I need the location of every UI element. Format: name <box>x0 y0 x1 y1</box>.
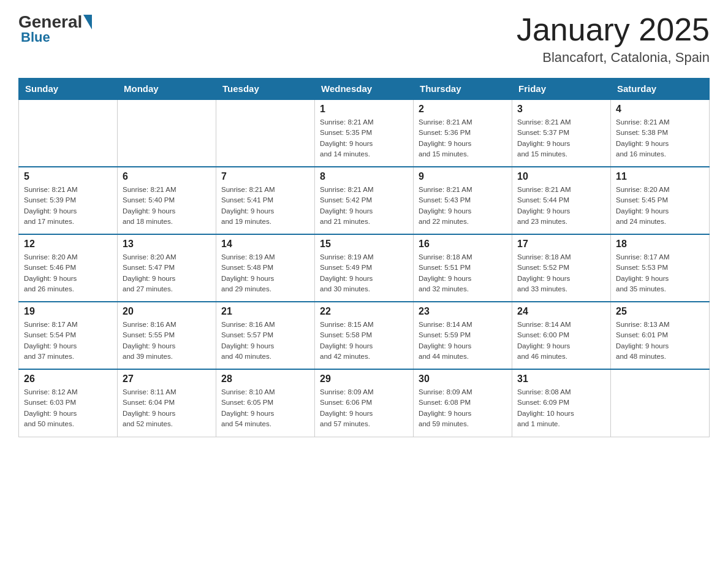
calendar-cell: 6Sunrise: 8:21 AMSunset: 5:40 PMDaylight… <box>118 167 216 234</box>
calendar-cell: 12Sunrise: 8:20 AMSunset: 5:46 PMDayligh… <box>19 234 118 302</box>
day-info: Sunrise: 8:17 AMSunset: 5:54 PMDaylight:… <box>24 320 112 362</box>
day-number: 19 <box>24 306 112 317</box>
calendar-cell: 29Sunrise: 8:09 AMSunset: 6:06 PMDayligh… <box>315 369 414 437</box>
calendar-cell: 16Sunrise: 8:18 AMSunset: 5:51 PMDayligh… <box>414 234 512 302</box>
day-info: Sunrise: 8:20 AMSunset: 5:46 PMDaylight:… <box>24 252 112 294</box>
calendar-cell: 2Sunrise: 8:21 AMSunset: 5:36 PMDaylight… <box>414 99 512 167</box>
day-number: 5 <box>24 171 112 182</box>
title-area: January 2025 Blancafort, Catalonia, Spai… <box>517 12 710 66</box>
calendar-cell <box>216 99 315 167</box>
day-info: Sunrise: 8:18 AMSunset: 5:52 PMDaylight:… <box>517 252 605 294</box>
day-info: Sunrise: 8:10 AMSunset: 6:05 PMDaylight:… <box>221 387 309 429</box>
week-row-4: 19Sunrise: 8:17 AMSunset: 5:54 PMDayligh… <box>19 302 710 369</box>
day-number: 23 <box>419 306 507 317</box>
header: General Blue January 2025 Blancafort, Ca… <box>18 12 710 66</box>
day-info: Sunrise: 8:09 AMSunset: 6:06 PMDaylight:… <box>320 387 408 429</box>
day-info: Sunrise: 8:21 AMSunset: 5:36 PMDaylight:… <box>419 117 507 159</box>
day-info: Sunrise: 8:20 AMSunset: 5:45 PMDaylight:… <box>616 185 704 227</box>
calendar-cell: 30Sunrise: 8:09 AMSunset: 6:08 PMDayligh… <box>414 369 512 437</box>
day-number: 15 <box>320 239 408 250</box>
day-number: 22 <box>320 306 408 317</box>
day-info: Sunrise: 8:15 AMSunset: 5:58 PMDaylight:… <box>320 320 408 362</box>
week-row-2: 5Sunrise: 8:21 AMSunset: 5:39 PMDaylight… <box>19 167 710 234</box>
calendar-cell: 9Sunrise: 8:21 AMSunset: 5:43 PMDaylight… <box>414 167 512 234</box>
day-number: 25 <box>616 306 704 317</box>
day-info: Sunrise: 8:21 AMSunset: 5:43 PMDaylight:… <box>419 185 507 227</box>
calendar-cell: 3Sunrise: 8:21 AMSunset: 5:37 PMDaylight… <box>512 99 611 167</box>
calendar-cell: 11Sunrise: 8:20 AMSunset: 5:45 PMDayligh… <box>611 167 710 234</box>
day-number: 4 <box>616 104 704 115</box>
day-number: 27 <box>123 373 211 385</box>
day-info: Sunrise: 8:21 AMSunset: 5:44 PMDaylight:… <box>517 185 605 227</box>
calendar-cell: 22Sunrise: 8:15 AMSunset: 5:58 PMDayligh… <box>315 302 414 369</box>
calendar-cell <box>19 99 118 167</box>
day-number: 12 <box>24 239 112 250</box>
week-row-1: 1Sunrise: 8:21 AMSunset: 5:35 PMDaylight… <box>19 99 710 167</box>
day-info: Sunrise: 8:17 AMSunset: 5:53 PMDaylight:… <box>616 252 704 294</box>
day-info: Sunrise: 8:19 AMSunset: 5:49 PMDaylight:… <box>320 252 408 294</box>
day-header-thursday: Thursday <box>414 79 512 100</box>
calendar-cell: 7Sunrise: 8:21 AMSunset: 5:41 PMDaylight… <box>216 167 315 234</box>
day-info: Sunrise: 8:11 AMSunset: 6:04 PMDaylight:… <box>123 387 211 429</box>
day-number: 24 <box>517 306 605 317</box>
calendar-cell: 31Sunrise: 8:08 AMSunset: 6:09 PMDayligh… <box>512 369 611 437</box>
day-info: Sunrise: 8:21 AMSunset: 5:35 PMDaylight:… <box>320 117 408 159</box>
calendar-cell: 21Sunrise: 8:16 AMSunset: 5:57 PMDayligh… <box>216 302 315 369</box>
day-number: 9 <box>419 171 507 182</box>
day-header-wednesday: Wednesday <box>315 79 414 100</box>
day-info: Sunrise: 8:16 AMSunset: 5:57 PMDaylight:… <box>221 320 309 362</box>
week-row-5: 26Sunrise: 8:12 AMSunset: 6:03 PMDayligh… <box>19 369 710 437</box>
day-header-monday: Monday <box>118 79 216 100</box>
day-number: 7 <box>221 171 309 182</box>
calendar-cell: 27Sunrise: 8:11 AMSunset: 6:04 PMDayligh… <box>118 369 216 437</box>
day-info: Sunrise: 8:09 AMSunset: 6:08 PMDaylight:… <box>419 387 507 429</box>
day-number: 13 <box>123 239 211 250</box>
calendar-cell <box>118 99 216 167</box>
calendar-cell: 28Sunrise: 8:10 AMSunset: 6:05 PMDayligh… <box>216 369 315 437</box>
day-info: Sunrise: 8:18 AMSunset: 5:51 PMDaylight:… <box>419 252 507 294</box>
calendar-cell: 26Sunrise: 8:12 AMSunset: 6:03 PMDayligh… <box>19 369 118 437</box>
day-info: Sunrise: 8:16 AMSunset: 5:55 PMDaylight:… <box>123 320 211 362</box>
day-info: Sunrise: 8:21 AMSunset: 5:37 PMDaylight:… <box>517 117 605 159</box>
calendar-cell <box>611 369 710 437</box>
day-header-tuesday: Tuesday <box>216 79 315 100</box>
day-info: Sunrise: 8:12 AMSunset: 6:03 PMDaylight:… <box>24 387 112 429</box>
calendar-cell: 10Sunrise: 8:21 AMSunset: 5:44 PMDayligh… <box>512 167 611 234</box>
day-number: 26 <box>24 373 112 385</box>
month-title: January 2025 <box>517 12 710 47</box>
day-info: Sunrise: 8:20 AMSunset: 5:47 PMDaylight:… <box>123 252 211 294</box>
logo-area: General Blue <box>18 12 92 45</box>
day-number: 29 <box>320 373 408 385</box>
day-header-sunday: Sunday <box>19 79 118 100</box>
calendar-cell: 24Sunrise: 8:14 AMSunset: 6:00 PMDayligh… <box>512 302 611 369</box>
day-info: Sunrise: 8:08 AMSunset: 6:09 PMDaylight:… <box>517 387 605 429</box>
day-number: 1 <box>320 104 408 115</box>
day-info: Sunrise: 8:13 AMSunset: 6:01 PMDaylight:… <box>616 320 704 362</box>
calendar-cell: 20Sunrise: 8:16 AMSunset: 5:55 PMDayligh… <box>118 302 216 369</box>
day-info: Sunrise: 8:21 AMSunset: 5:41 PMDaylight:… <box>221 185 309 227</box>
day-info: Sunrise: 8:14 AMSunset: 5:59 PMDaylight:… <box>419 320 507 362</box>
day-number: 20 <box>123 306 211 317</box>
day-number: 2 <box>419 104 507 115</box>
calendar-cell: 1Sunrise: 8:21 AMSunset: 5:35 PMDaylight… <box>315 99 414 167</box>
logo-blue-text: Blue <box>21 29 50 45</box>
header-row: SundayMondayTuesdayWednesdayThursdayFrid… <box>19 79 710 100</box>
day-info: Sunrise: 8:21 AMSunset: 5:40 PMDaylight:… <box>123 185 211 227</box>
day-info: Sunrise: 8:21 AMSunset: 5:39 PMDaylight:… <box>24 185 112 227</box>
logo-triangle-icon <box>83 15 92 29</box>
day-info: Sunrise: 8:19 AMSunset: 5:48 PMDaylight:… <box>221 252 309 294</box>
calendar-cell: 4Sunrise: 8:21 AMSunset: 5:38 PMDaylight… <box>611 99 710 167</box>
calendar-cell: 19Sunrise: 8:17 AMSunset: 5:54 PMDayligh… <box>19 302 118 369</box>
calendar-cell: 15Sunrise: 8:19 AMSunset: 5:49 PMDayligh… <box>315 234 414 302</box>
day-header-friday: Friday <box>512 79 611 100</box>
day-info: Sunrise: 8:21 AMSunset: 5:42 PMDaylight:… <box>320 185 408 227</box>
day-number: 11 <box>616 171 704 182</box>
day-number: 6 <box>123 171 211 182</box>
calendar-cell: 23Sunrise: 8:14 AMSunset: 5:59 PMDayligh… <box>414 302 512 369</box>
day-info: Sunrise: 8:21 AMSunset: 5:38 PMDaylight:… <box>616 117 704 159</box>
calendar-cell: 8Sunrise: 8:21 AMSunset: 5:42 PMDaylight… <box>315 167 414 234</box>
week-row-3: 12Sunrise: 8:20 AMSunset: 5:46 PMDayligh… <box>19 234 710 302</box>
day-number: 18 <box>616 239 704 250</box>
day-info: Sunrise: 8:14 AMSunset: 6:00 PMDaylight:… <box>517 320 605 362</box>
day-number: 17 <box>517 239 605 250</box>
